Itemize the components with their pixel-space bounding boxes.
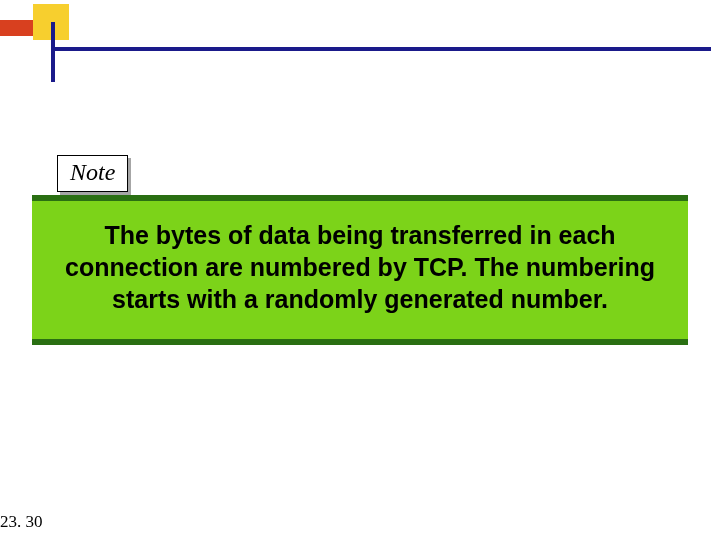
note-label-box: Note (57, 155, 128, 192)
note-label: Note (70, 159, 115, 185)
page-number: 23. 30 (0, 512, 43, 532)
corner-decoration (0, 0, 720, 100)
deco-blue-vertical (51, 22, 55, 82)
deco-blue-horizontal (51, 47, 711, 51)
note-body-text: The bytes of data being transferred in e… (46, 219, 674, 315)
note-body-block: The bytes of data being transferred in e… (32, 195, 688, 345)
slide: Note The bytes of data being transferred… (0, 0, 720, 540)
